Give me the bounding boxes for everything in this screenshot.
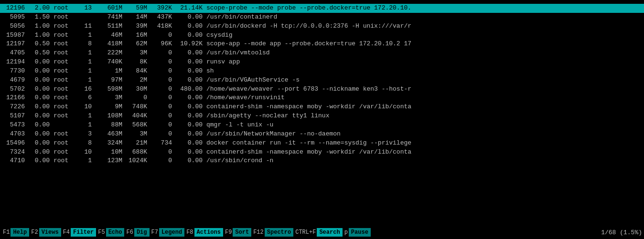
cell-net: 10.92K <box>176 40 206 49</box>
fn-label[interactable]: Legend <box>159 228 184 237</box>
cell-res: 568K <box>126 121 151 130</box>
cell-cpu: 0.00 <box>29 148 54 157</box>
cell-command: containerd-shim -namespace moby -workdir… <box>206 148 642 157</box>
cell-res: 688K <box>126 148 151 157</box>
table-row[interactable]: 5056 1.00 root 11 511M 39M 418K 0.00 /us… <box>0 22 644 31</box>
table-row[interactable]: 4703 0.00 root 3 463M 3M 0 0.00 /usr/sbi… <box>0 130 644 139</box>
cell-net: 0.00 <box>176 58 206 67</box>
table-row[interactable]: 5702 0.00 root 16 598M 30M 0 480.00 /hom… <box>0 85 644 94</box>
table-row[interactable]: 5473 0.00 1 88M 568K 0 0.00 qmgr -l -t u… <box>0 121 644 130</box>
table-row[interactable]: 4710 0.00 root 1 123M 1024K 0 0.00 /usr/… <box>0 156 644 166</box>
cell-user: root <box>54 31 80 40</box>
cell-virt: 324M <box>96 139 126 148</box>
cell-file: 0 <box>151 156 176 166</box>
cell-command: scope-probe --mode probe --probe.docker=… <box>206 4 642 13</box>
fn-label[interactable]: Search <box>317 228 342 237</box>
cell-pid: 5056 <box>2 22 29 31</box>
cell-user: root <box>54 67 80 76</box>
fn-key-sort[interactable]: F9Sort <box>224 228 251 237</box>
fn-key-actions[interactable]: F8Actions <box>185 228 223 237</box>
cell-pid: 7324 <box>2 148 29 157</box>
table-row[interactable]: 4705 0.50 root 1 222M 3M 0 0.00 /usr/bin… <box>0 49 644 58</box>
cell-th: 16 <box>80 85 96 94</box>
cell-res: 1024K <box>126 156 151 166</box>
fn-key-dig[interactable]: F6Dig <box>125 228 149 237</box>
cell-virt: 97M <box>96 76 126 85</box>
fn-key-spectro[interactable]: F12Spectro <box>252 228 293 237</box>
cell-cpu: 0.00 <box>29 112 54 121</box>
table-row[interactable]: 12196 2.00 root 13 601M 59M 392K 21.14K … <box>0 4 644 13</box>
table-row[interactable]: 7324 0.00 root 10 10M 688K 0 0.00 contai… <box>0 148 644 157</box>
fn-key-search[interactable]: CTRL+FSearch <box>294 228 342 237</box>
cell-virt: 123M <box>96 156 126 166</box>
cell-file: 437K <box>151 13 176 22</box>
fn-label[interactable]: Dig <box>134 228 150 237</box>
fn-label[interactable]: Pause <box>349 228 371 237</box>
cell-th: 8 <box>80 40 96 49</box>
table-row[interactable]: 12194 0.00 root 1 740K 8K 0 0.00 runsv a… <box>0 58 644 67</box>
cell-res: 0 <box>126 94 151 103</box>
cell-user: root <box>54 49 80 58</box>
fn-key-views[interactable]: F2Views <box>30 228 61 237</box>
cell-res: 8K <box>126 58 151 67</box>
cell-pid: 4679 <box>2 76 29 85</box>
cell-pid: 4705 <box>2 49 29 58</box>
cell-th: 11 <box>80 22 96 31</box>
fn-label[interactable]: Help <box>11 228 29 237</box>
cell-command: /sbin/agetty --noclear tty1 linux <box>206 112 642 121</box>
table-row[interactable]: 5095 1.50 root 741M 14M 437K 0.00 /usr/b… <box>0 13 644 22</box>
cell-user: root <box>54 13 80 22</box>
table-row[interactable]: 15987 1.00 root 1 46M 16M 0 0.00 csysdig <box>0 31 644 40</box>
cell-command: /usr/bin/containerd <box>206 13 642 22</box>
cell-res: 16M <box>126 31 151 40</box>
table-row[interactable]: 5107 0.00 root 1 108M 404K 0 0.00 /sbin/… <box>0 112 644 121</box>
cell-th: 10 <box>80 148 96 157</box>
cell-net: 0.00 <box>176 76 206 85</box>
cell-user: root <box>54 139 80 148</box>
table-row[interactable]: 4679 0.00 root 1 97M 2M 0 0.00 /usr/bin/… <box>0 76 644 85</box>
cell-res: 21M <box>126 139 151 148</box>
fn-label[interactable]: Filter <box>71 228 96 237</box>
cell-user: root <box>54 76 80 85</box>
process-list: 12196 2.00 root 13 601M 59M 392K 21.14K … <box>0 4 644 166</box>
cell-command: docker container run -it --rm --name=sys… <box>206 139 642 148</box>
cell-command: /usr/bin/vmtoolsd <box>206 49 642 58</box>
viewing-bar <box>0 0 644 4</box>
fn-key-legend[interactable]: F7Legend <box>150 228 185 237</box>
cell-res: 14M <box>126 13 151 22</box>
cell-pid: 7730 <box>2 67 29 76</box>
fn-key-filter[interactable]: F4Filter <box>62 228 97 237</box>
cell-file: 0 <box>151 130 176 139</box>
cell-cpu: 0.00 <box>29 76 54 85</box>
fn-label[interactable]: Echo <box>106 228 125 237</box>
cell-res: 59M <box>126 4 151 13</box>
cell-virt: 88M <box>96 121 126 130</box>
fn-key-echo[interactable]: F5Echo <box>97 228 124 237</box>
cell-user: root <box>54 130 80 139</box>
fn-label[interactable]: Actions <box>194 228 223 237</box>
cell-net: 0.00 <box>176 22 206 31</box>
cell-virt: 598M <box>96 85 126 94</box>
table-row[interactable]: 15496 0.00 root 8 324M 21M 734 0.00 dock… <box>0 139 644 148</box>
table-row[interactable]: 12166 0.00 root 6 3M 0 0 0.00 /home/weav… <box>0 94 644 103</box>
table-row[interactable]: 7226 0.00 root 10 9M 748K 0 0.00 contain… <box>0 103 644 112</box>
cell-user: root <box>54 112 80 121</box>
fn-num: F4 <box>62 228 71 237</box>
fn-label[interactable]: Sort <box>233 228 251 237</box>
fn-key-pause[interactable]: pPause <box>343 228 371 237</box>
cell-user: root <box>54 85 80 94</box>
cell-user: root <box>54 4 80 13</box>
cell-virt: 9M <box>96 103 126 112</box>
fn-key-help[interactable]: F1Help <box>2 228 29 237</box>
table-row[interactable]: 12197 0.50 root 8 418M 62M 96K 10.92K sc… <box>0 40 644 49</box>
cell-net: 0.00 <box>176 156 206 166</box>
fn-label[interactable]: Views <box>39 228 61 237</box>
fn-num: F8 <box>185 228 194 237</box>
cell-file: 0 <box>151 112 176 121</box>
cell-command: containerd-shim -namespace moby -workdir… <box>206 103 642 112</box>
cell-th: 1 <box>80 31 96 40</box>
cell-res: 62M <box>126 40 151 49</box>
cell-file: 0 <box>151 94 176 103</box>
table-row[interactable]: 7730 0.00 root 1 1M 84K 0 0.00 sh <box>0 67 644 76</box>
fn-label[interactable]: Spectro <box>265 228 293 237</box>
